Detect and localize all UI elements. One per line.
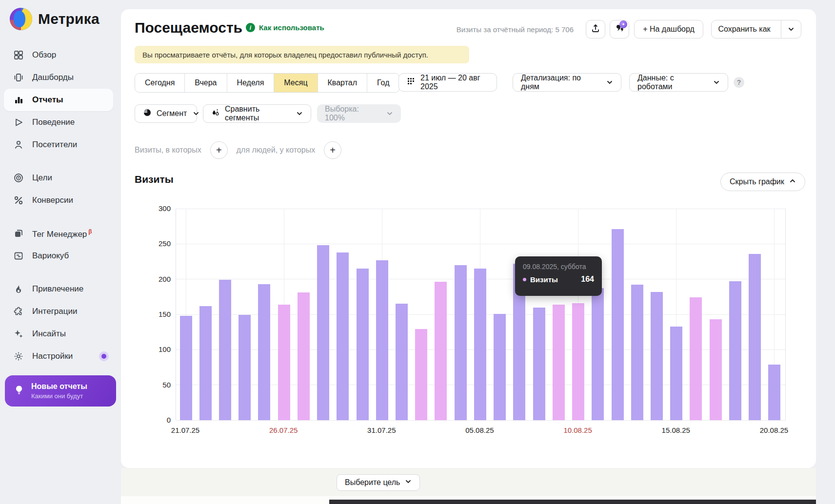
chart-bar-29.07.25[interactable] [337, 252, 349, 420]
period-visits-total: Визиты за отчётный период: 5 706 [0, 25, 574, 34]
new-reports-banner[interactable]: Новые отчеты Какими они будут [5, 375, 116, 407]
chart-bar-19.08.25[interactable] [749, 254, 761, 420]
series-dot-icon [523, 278, 526, 281]
x-tick-label: 10.08.25 [563, 426, 592, 434]
sidebar-item-goals[interactable]: Цели [4, 167, 113, 189]
target-icon [13, 172, 24, 184]
chart-tooltip: 09.08.2025, суббота Визиты 164 [515, 256, 602, 296]
app-name: Метрика [38, 11, 99, 27]
chart-bar-16.08.25[interactable] [690, 297, 702, 420]
chart-bar-28.07.25[interactable] [317, 245, 329, 420]
sidebar-item-label: Привлечение [32, 284, 83, 294]
tab-yesterday[interactable]: Вчера [185, 74, 227, 92]
add-people-filter-button[interactable]: + [324, 141, 341, 159]
chart-bar-26.07.25[interactable] [278, 305, 290, 420]
chart-bar-11.08.25[interactable] [592, 288, 604, 420]
segment-dropdown[interactable]: Сегмент [135, 104, 197, 123]
chart-bar-18.08.25[interactable] [729, 281, 741, 420]
compare-segments-dropdown[interactable]: Сравнить сегменты [203, 104, 311, 123]
chart-bar-02.08.25[interactable] [415, 329, 427, 420]
chart-bar-05.08.25[interactable] [474, 269, 486, 420]
chart-bar-13.08.25[interactable] [631, 285, 643, 420]
save-as-dropdown[interactable] [781, 20, 801, 39]
tab-month[interactable]: Месяц [274, 74, 318, 92]
sidebar-item-label: Конверсии [32, 195, 73, 205]
select-goal-dropdown[interactable]: Выберите цель [337, 474, 420, 491]
chart-bar-17.08.25[interactable] [710, 319, 722, 420]
x-tick-label: 26.07.25 [269, 426, 298, 434]
sidebar-item-visitors[interactable]: Посетители [4, 134, 113, 156]
chart-bar-27.07.25[interactable] [298, 292, 310, 420]
banner-subtitle: Какими они будут [31, 392, 87, 400]
sidebar-item-dashboards[interactable]: Дашборды [4, 66, 113, 89]
sidebar-item-settings[interactable]: Настройки [4, 345, 113, 368]
chart-bar-15.08.25[interactable] [670, 327, 682, 420]
filter-builder-row: Визиты, в которых + для людей, у которых… [135, 141, 341, 159]
y-tick-label: 50 [135, 381, 171, 389]
calendar-grid-icon [407, 77, 416, 88]
sidebar-item-label: Обзор [32, 50, 56, 60]
chart-bar-01.08.25[interactable] [396, 304, 408, 420]
chart-bar-03.08.25[interactable] [435, 282, 447, 420]
chart-bar-21.07.25[interactable] [180, 316, 192, 420]
chart-bar-09.08.25[interactable] [553, 305, 565, 420]
add-visit-filter-button[interactable]: + [210, 141, 228, 159]
hide-chart-button[interactable]: Скрыть график [720, 173, 805, 191]
save-as-button[interactable]: Сохранить как [711, 20, 801, 39]
chevron-up-icon [789, 177, 796, 186]
chart-bar-30.07.25[interactable] [357, 269, 369, 420]
chart-bar-14.08.25[interactable] [651, 292, 663, 420]
chevron-down-icon [713, 79, 720, 86]
sidebar-item-tag-manager[interactable]: Тег Менеджерβ [4, 222, 113, 245]
export-button[interactable] [586, 20, 605, 39]
date-range-picker[interactable]: 21 июл — 20 авг 2025 [398, 73, 497, 92]
sampling-dropdown[interactable]: Выборка: 100% [317, 104, 401, 123]
sidebar-item-behavior[interactable]: Поведение [4, 111, 113, 134]
chart-bar-31.07.25[interactable] [376, 260, 388, 420]
help-icon[interactable]: ? [734, 77, 744, 88]
gridline-h [176, 244, 785, 244]
data-mode-dropdown[interactable]: Данные: с роботами [629, 73, 728, 92]
x-tick-label: 21.07.25 [171, 426, 199, 434]
sidebar-item-reports[interactable]: Отчеты [4, 89, 113, 111]
sidebar-item-integrations[interactable]: Интеграции [4, 300, 113, 323]
sidebar-item-label: Поведение [32, 117, 75, 127]
chart-bar-08.08.25[interactable] [533, 308, 545, 420]
chart-bar-23.07.25[interactable] [219, 280, 231, 420]
visits-in-label: Визиты, в которых [135, 146, 201, 155]
puzzle-icon [13, 306, 24, 317]
y-tick-label: 300 [135, 204, 171, 213]
tab-year[interactable]: Год [367, 74, 399, 92]
chart-bar-04.08.25[interactable] [455, 265, 467, 420]
chevron-down-icon [296, 110, 303, 117]
public-access-notice: Вы просматриваете отчёты, для которых вл… [135, 46, 469, 63]
chart-bar-20.08.25[interactable] [768, 365, 780, 420]
y-tick-label: 100 [135, 345, 171, 353]
chart-section-title: Визиты [135, 174, 174, 185]
visits-bar-chart: 050100150200250300 21.07.2526.07.2531.07… [135, 195, 808, 442]
chart-bar-24.07.25[interactable] [239, 315, 251, 420]
chart-bar-10.08.25[interactable] [572, 303, 584, 420]
notification-dot [101, 354, 106, 359]
chart-bar-22.07.25[interactable] [199, 306, 212, 420]
sidebar-item-acquisition[interactable]: Привлечение [4, 278, 113, 300]
tab-today[interactable]: Сегодня [135, 74, 185, 92]
tooltip-series: Визиты [530, 275, 558, 284]
chart-bar-12.08.25[interactable] [612, 229, 624, 420]
sidebar-item-insights[interactable]: Инсайты [4, 323, 113, 345]
lightbulb-icon [14, 385, 24, 397]
granularity-dropdown[interactable]: Детализация: по дням [513, 73, 621, 92]
chart-bar-25.07.25[interactable] [258, 284, 270, 420]
tab-week[interactable]: Неделя [227, 74, 275, 92]
ai-assistant-icon: ✦ [615, 23, 624, 35]
tab-quarter[interactable]: Квартал [318, 74, 367, 92]
sidebar-item-variocube[interactable]: Вариокуб [4, 245, 113, 267]
chart-bar-06.08.25[interactable] [494, 314, 506, 420]
sparkles-icon [13, 328, 24, 340]
sidebar-nav: Обзор Дашборды Отчеты Поведение [0, 35, 121, 368]
flame-icon [13, 283, 24, 295]
sidebar-item-overview[interactable]: Обзор [4, 44, 113, 66]
sidebar-item-conversions[interactable]: Конверсии [4, 189, 113, 212]
ai-assistant-button[interactable]: ✦ [610, 20, 629, 39]
add-to-dashboard-button[interactable]: + На дашборд [634, 20, 703, 39]
